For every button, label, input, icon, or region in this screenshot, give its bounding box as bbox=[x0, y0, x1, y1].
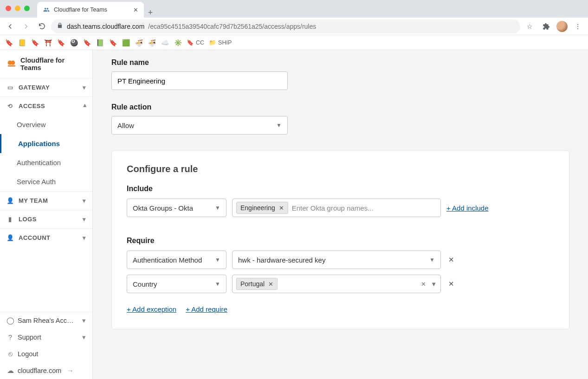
team-icon: 👤 bbox=[6, 197, 14, 204]
bookmark-ship[interactable]: 📁SHIP bbox=[209, 39, 232, 46]
cloudflare-logo-icon bbox=[6, 60, 17, 69]
people-icon bbox=[43, 6, 50, 13]
sidebar-item-my-team[interactable]: 👤 My Team ▾ bbox=[0, 192, 92, 210]
rule-name-field[interactable] bbox=[117, 77, 282, 85]
tab-strip: Cloudflare for Teams ✕ + bbox=[0, 0, 588, 18]
logs-icon: ▮ bbox=[6, 216, 14, 223]
extensions-icon[interactable] bbox=[540, 20, 553, 33]
back-button[interactable] bbox=[4, 20, 17, 33]
minimize-window-icon[interactable] bbox=[15, 6, 20, 11]
add-include-button[interactable]: + Add include bbox=[446, 204, 489, 212]
require-value-input-2[interactable]: Portugal ✕ ✕ ▼ bbox=[232, 275, 441, 293]
new-tab-button[interactable]: + bbox=[144, 8, 157, 18]
bookmark-icon[interactable]: 🍜 bbox=[135, 39, 143, 47]
bookmark-icon[interactable]: 📗 bbox=[96, 39, 104, 47]
include-values-input[interactable]: Engineering ✕ bbox=[232, 199, 441, 217]
brand-text: Cloudflare for Teams bbox=[20, 57, 86, 71]
browser-tab[interactable]: Cloudflare for Teams ✕ bbox=[37, 2, 144, 18]
bookmark-icon[interactable]: 📒 bbox=[18, 39, 26, 47]
require-label: Require bbox=[127, 237, 554, 245]
chevron-down-icon: ▾ bbox=[83, 234, 86, 241]
sidebar-item-authentication[interactable]: Authentication bbox=[0, 153, 92, 172]
bookmark-icon[interactable]: 🔖 bbox=[109, 39, 117, 47]
rule-action-label: Rule action bbox=[111, 103, 569, 111]
chevron-up-icon: ▾ bbox=[83, 103, 86, 109]
kebab-menu-icon[interactable]: ⋮ bbox=[571, 20, 584, 33]
include-row: Okta Groups - Okta ▼ Engineering ✕ + Add… bbox=[127, 199, 554, 217]
profile-avatar[interactable] bbox=[556, 21, 568, 32]
sidebar-item-applications[interactable]: Applications bbox=[0, 134, 92, 153]
remove-require-row-2[interactable]: ✕ bbox=[446, 280, 456, 288]
add-exception-button[interactable]: + Add exception bbox=[127, 305, 176, 313]
close-window-icon[interactable] bbox=[6, 6, 11, 11]
include-label: Include bbox=[127, 185, 554, 193]
window-controls bbox=[6, 6, 30, 11]
reload-button[interactable] bbox=[35, 20, 48, 33]
bookmark-icon[interactable]: ✳️ bbox=[174, 39, 182, 47]
account-switcher[interactable]: ◯ Sam Rhea's Acc… ▾ bbox=[0, 312, 92, 329]
bookmark-icon[interactable]: 🍜 bbox=[148, 39, 156, 47]
rule-name-label: Rule name bbox=[111, 58, 569, 67]
cloudflare-link[interactable]: ☁ cloudflare.com → bbox=[0, 362, 92, 379]
include-selector[interactable]: Okta Groups - Okta ▼ bbox=[127, 199, 226, 217]
chevron-down-icon: ▼ bbox=[215, 205, 220, 211]
sidebar-item-gateway[interactable]: ▭ Gateway ▾ bbox=[0, 78, 92, 96]
include-chip-engineering: Engineering ✕ bbox=[236, 202, 288, 214]
rule-action-select[interactable]: Allow ▼ bbox=[111, 116, 288, 135]
bookmark-icon[interactable]: ☁️ bbox=[161, 39, 169, 47]
arrow-right-icon: → bbox=[67, 367, 74, 374]
bookmark-icon[interactable]: 🟩 bbox=[122, 39, 130, 47]
bookmark-icon[interactable]: 🎱 bbox=[70, 39, 78, 47]
tab-title: Cloudflare for Teams bbox=[54, 6, 107, 13]
gateway-icon: ▭ bbox=[6, 84, 14, 91]
bookmarks-bar: 🔖 📒 🔖 ⛩️ 🔖 🎱 🔖 📗 🔖 🟩 🍜 🍜 ☁️ ✳️ 🔖CC 📁SHIP bbox=[0, 35, 588, 50]
require-selector-1[interactable]: Authentication Method ▼ bbox=[127, 251, 226, 269]
cloud-icon: ☁ bbox=[6, 367, 14, 374]
support-link[interactable]: ? Support ▾ bbox=[0, 329, 92, 346]
remove-require-row-1[interactable]: ✕ bbox=[446, 256, 456, 264]
bookmark-cc[interactable]: 🔖CC bbox=[187, 39, 204, 46]
chevron-down-icon: ▼ bbox=[431, 281, 437, 288]
user-circle-icon: ◯ bbox=[6, 317, 14, 324]
url-path: /eca95c4515a39540cafc79d7b2561a25/access… bbox=[148, 23, 316, 30]
bookmark-icon[interactable]: 🔖 bbox=[57, 39, 65, 47]
bookmark-icon[interactable]: 🔖 bbox=[83, 39, 91, 47]
chevron-down-icon: ▼ bbox=[215, 281, 220, 287]
close-tab-icon[interactable]: ✕ bbox=[133, 6, 138, 13]
include-text-input[interactable] bbox=[291, 201, 437, 215]
logout-icon: ⎋ bbox=[6, 350, 14, 358]
chip-remove-icon[interactable]: ✕ bbox=[268, 281, 273, 288]
card-title: Configure a rule bbox=[127, 164, 554, 174]
address-bar[interactable]: dash.teams.cloudflare.com/eca95c4515a395… bbox=[51, 19, 520, 33]
chevron-down-icon: ▼ bbox=[276, 122, 282, 128]
logout-link[interactable]: ⎋ Logout bbox=[0, 346, 92, 362]
rule-name-input[interactable] bbox=[111, 71, 288, 90]
brand[interactable]: Cloudflare for Teams bbox=[0, 50, 92, 78]
sidebar-item-access[interactable]: ⟲ Access ▾ bbox=[0, 97, 92, 115]
chevron-down-icon: ▾ bbox=[83, 84, 86, 91]
chevron-down-icon: ▾ bbox=[82, 317, 86, 324]
sidebar-item-account[interactable]: 👤 Account ▾ bbox=[0, 229, 92, 247]
require-value-select-1[interactable]: hwk - hardware-secured key ▼ bbox=[232, 251, 441, 269]
url-host: dash.teams.cloudflare.com bbox=[67, 23, 144, 30]
bookmark-icon[interactable]: 🔖 bbox=[31, 39, 39, 47]
star-icon[interactable]: ☆ bbox=[523, 20, 536, 33]
sidebar-item-service-auth[interactable]: Service Auth bbox=[0, 172, 92, 191]
access-icon: ⟲ bbox=[6, 103, 14, 109]
account-icon: 👤 bbox=[6, 234, 14, 241]
sidebar-item-logs[interactable]: ▮ Logs ▾ bbox=[0, 210, 92, 228]
svg-point-1 bbox=[11, 60, 15, 64]
add-require-button[interactable]: + Add require bbox=[186, 305, 227, 313]
maximize-window-icon[interactable] bbox=[24, 6, 30, 11]
main-content: Rule name Rule action Allow ▼ Configure … bbox=[93, 50, 588, 379]
forward-button[interactable] bbox=[19, 20, 32, 33]
chevron-down-icon: ▾ bbox=[83, 197, 86, 204]
bookmark-icon[interactable]: ⛩️ bbox=[44, 39, 52, 47]
require-selector-2[interactable]: Country ▼ bbox=[127, 275, 226, 293]
sidebar-item-overview[interactable]: Overview bbox=[0, 115, 92, 134]
browser-chrome: Cloudflare for Teams ✕ + dash.teams.clou… bbox=[0, 0, 588, 50]
chevron-down-icon: ▾ bbox=[82, 334, 86, 341]
bookmark-icon[interactable]: 🔖 bbox=[5, 39, 13, 47]
clear-icon[interactable]: ✕ bbox=[421, 281, 426, 288]
chip-remove-icon[interactable]: ✕ bbox=[279, 205, 284, 212]
